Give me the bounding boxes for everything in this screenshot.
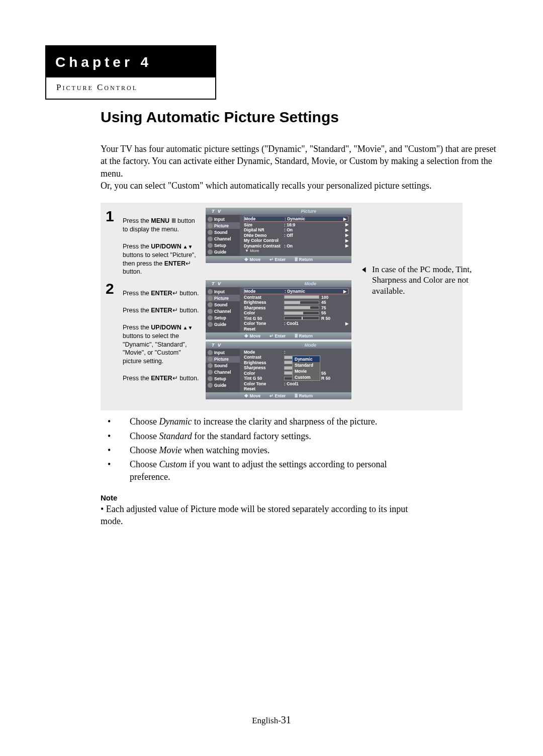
intro-paragraph-1: Your TV has four automatic picture setti… (101, 143, 498, 180)
mode-popup: Dynamic Standard Movie Custom (292, 356, 320, 381)
osd-screenshot-1: T VPicture Input Picture Sound Channel S… (206, 208, 351, 263)
mode-descriptions: Choose Dynamic to increase the clarity a… (101, 415, 412, 482)
menu-icon: Ⅲ (169, 217, 177, 224)
step-number: 1 (106, 208, 118, 276)
right-arrow-icon: ▶ (345, 233, 348, 237)
step-text: Press the ENTER↵ button. Press the ENTER… (123, 280, 201, 399)
steps-panel: 1 Press the MENU Ⅲ button to display the… (101, 203, 463, 410)
right-arrow-icon: ▶ (345, 238, 348, 243)
right-arrow-icon: ▶ (345, 321, 348, 326)
page-title: Using Automatic Picture Settings (101, 109, 498, 126)
osd-left-nav: Input Picture Sound Channel Setup Guide (206, 215, 240, 256)
right-arrow-icon: ▶ (343, 217, 346, 221)
intro-paragraph-2: Or, you can select "Custom" which automa… (101, 180, 498, 192)
chapter-header: Chapter 4 Picture Control (45, 45, 216, 100)
page-footer: English-31 (0, 714, 543, 726)
note-text: • Each adjusted value of Picture mode wi… (101, 503, 412, 528)
step-2: 2 Press the ENTER↵ button. Press the ENT… (106, 280, 458, 399)
note-label: Note (101, 493, 412, 503)
list-item: Choose Standard for the standard factory… (119, 430, 412, 442)
enter-icon: ↵ (269, 257, 275, 262)
enter-icon: ↵ (172, 290, 179, 297)
osd-right-panel: Mode: Dynamic▶ Size: 16:9▶ Digital NR: O… (240, 215, 351, 256)
right-arrow-icon: ▶ (345, 243, 348, 248)
enter-icon: ↵ (269, 393, 275, 398)
right-arrow-icon: ▶ (345, 222, 348, 227)
move-icon: ✥ (244, 257, 249, 262)
return-icon: Ⅲ (295, 333, 299, 339)
osd-screenshot-2: T VMode Input Picture Sound Channel Setu… (206, 280, 351, 340)
step-text: Press the MENU Ⅲ button to display the m… (123, 208, 201, 276)
left-arrow-icon: ◀ (362, 265, 366, 274)
move-icon: ✥ (244, 333, 249, 339)
step-number: 2 (106, 280, 118, 399)
enter-icon: ↵ (172, 375, 179, 382)
right-arrow-icon: ▶ (343, 289, 346, 294)
list-item: Choose Dynamic to increase the clarity a… (119, 415, 412, 428)
list-item: Choose Custom if you want to adjust the … (119, 458, 412, 483)
return-icon: Ⅲ (295, 393, 299, 398)
intro-text: Your TV has four automatic picture setti… (101, 143, 498, 192)
up-down-icon: ▲▼ (182, 244, 193, 249)
right-arrow-icon: ▶ (345, 228, 348, 232)
osd-screenshot-3: T VMode Input Picture Sound Channel Setu… (206, 342, 351, 400)
chapter-label: Chapter 4 (45, 45, 216, 77)
enter-icon: ↵ (186, 260, 191, 267)
move-icon: ✥ (244, 393, 249, 398)
enter-icon: ↵ (269, 333, 275, 339)
up-down-icon: ▲▼ (182, 325, 193, 330)
enter-icon: ↵ (172, 307, 179, 314)
list-item: Choose Movie when watching movies. (119, 444, 412, 456)
note-block: Note • Each adjusted value of Picture mo… (101, 493, 412, 528)
return-icon: Ⅲ (295, 257, 299, 262)
side-note: ◀ In case of the PC mode, Tint, Sharpnes… (372, 264, 498, 296)
chapter-subtitle: Picture Control (45, 77, 216, 100)
